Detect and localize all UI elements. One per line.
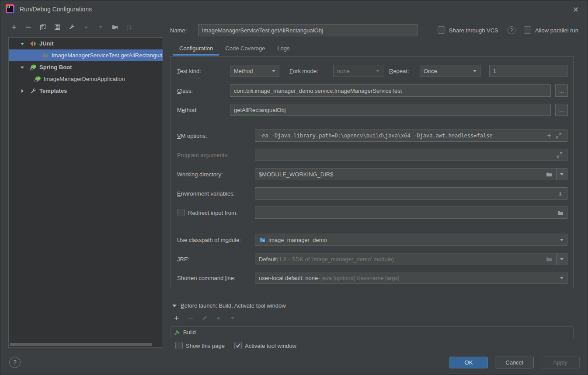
edit-templates-icon[interactable] xyxy=(67,22,77,32)
environment-variables-label: Environment variables: xyxy=(177,190,235,197)
folder-icon[interactable] xyxy=(546,171,553,178)
jre-dropdown-button[interactable] xyxy=(556,253,567,265)
tree-item-spring-app[interactable]: ImageManagerDemoApplication xyxy=(9,73,163,85)
remove-icon[interactable] xyxy=(24,22,33,32)
before-launch-title[interactable]: Before launch: Build, Activate tool wind… xyxy=(181,302,286,309)
save-icon[interactable] xyxy=(52,22,62,32)
tree-toolbar: az xyxy=(9,22,134,32)
chevron-down-icon xyxy=(560,173,564,175)
window-title: Run/Debug Configurations xyxy=(20,6,92,13)
method-input[interactable]: getAllRectangualObj xyxy=(230,104,551,116)
tree-item-templates-group[interactable]: Templates xyxy=(9,85,163,97)
chevron-down-icon xyxy=(20,65,24,70)
class-input[interactable]: com.bili.image_manager_demo.service.Imag… xyxy=(230,84,551,97)
edit-variables-icon[interactable] xyxy=(557,190,564,197)
name-input[interactable]: ImageManagerServiceTest.getAllRectangual… xyxy=(198,24,418,36)
repeat-count-input[interactable]: 1 xyxy=(489,65,567,77)
add-icon[interactable] xyxy=(9,22,19,32)
before-launch-toolbar xyxy=(173,315,236,322)
move-up-icon xyxy=(215,315,222,322)
chevron-right-icon xyxy=(20,89,24,93)
vm-options-input[interactable]: -ea -Djava.library.path=D:\opencv\build\… xyxy=(255,130,567,142)
tree-item-selected-config[interactable]: ImageManagerServiceTest.getAllRectangual xyxy=(9,49,163,61)
before-launch-task-build[interactable]: Build xyxy=(170,326,574,338)
use-classpath-select[interactable]: image_manager_demo xyxy=(255,234,567,246)
folder-icon[interactable] xyxy=(557,209,564,216)
close-icon[interactable]: ✕ xyxy=(570,4,581,15)
remove-icon xyxy=(187,315,194,322)
allow-parallel-label: Allow parallel run xyxy=(535,27,578,34)
share-vcs-checkbox[interactable] xyxy=(438,26,445,34)
class-browse-button[interactable]: ... xyxy=(555,84,568,97)
copy-icon[interactable] xyxy=(38,22,48,32)
tab-code-coverage[interactable]: Code Coverage xyxy=(219,44,271,56)
test-kind-select[interactable]: Method xyxy=(230,65,279,77)
config-tabs: Configuration Code Coverage Logs xyxy=(173,44,296,56)
move-down-icon xyxy=(96,22,105,32)
tab-logs[interactable]: Logs xyxy=(271,44,296,56)
cancel-button[interactable]: Cancel xyxy=(495,357,534,368)
test-kind-label: Test kind: xyxy=(177,68,201,75)
add-icon[interactable] xyxy=(173,315,180,322)
module-icon xyxy=(259,236,266,243)
ok-button[interactable]: OK xyxy=(449,357,488,368)
tree-item-spring-boot-group[interactable]: Spring Boot xyxy=(9,61,163,73)
page-options-row: Show this page Activate tool window xyxy=(170,341,574,350)
working-directory-dropdown-button[interactable] xyxy=(556,168,567,180)
spring-boot-icon xyxy=(34,76,41,83)
chevron-down-icon xyxy=(560,277,564,279)
environment-variables-input[interactable] xyxy=(255,187,567,200)
vcs-help-icon[interactable]: ? xyxy=(508,26,515,34)
chevron-down-icon xyxy=(560,239,564,241)
task-label: Build xyxy=(183,329,196,336)
intellij-logo-icon: IJ xyxy=(6,4,14,13)
program-arguments-label: Program arguments: xyxy=(177,152,229,159)
expand-field-icon[interactable] xyxy=(555,132,562,139)
show-this-page-label: Show this page xyxy=(186,343,225,350)
expand-field-icon[interactable] xyxy=(556,151,563,158)
spring-boot-icon xyxy=(30,64,37,71)
shorten-command-line-label: Shorten command line: xyxy=(177,275,236,282)
program-arguments-input[interactable] xyxy=(255,149,567,161)
chevron-down-icon xyxy=(560,258,564,260)
redirect-input-input[interactable] xyxy=(255,207,567,219)
new-folder-icon[interactable] xyxy=(110,22,120,32)
show-this-page-checkbox[interactable] xyxy=(175,342,183,349)
chevron-down-icon xyxy=(473,70,477,72)
edit-pencil-icon xyxy=(201,315,208,322)
repeat-select[interactable]: Once xyxy=(420,65,480,77)
junit-icon xyxy=(42,52,49,59)
add-icon[interactable] xyxy=(546,132,553,139)
help-button[interactable]: ? xyxy=(9,357,21,368)
collapse-section-icon[interactable] xyxy=(172,303,177,308)
class-label: Class: xyxy=(177,88,193,95)
fork-mode-select: none xyxy=(333,65,383,77)
chevron-down-icon xyxy=(272,70,275,72)
section-divider xyxy=(292,306,574,306)
junit-icon xyxy=(30,40,37,47)
move-up-icon xyxy=(81,22,91,32)
allow-parallel-checkbox[interactable] xyxy=(524,26,531,34)
method-label: Method: xyxy=(177,107,198,114)
working-directory-input[interactable]: $MODULE_WORKING_DIR$ xyxy=(255,168,557,180)
share-vcs-label: Share through VCS xyxy=(449,27,498,34)
configuration-panel: Test kind: Method Fork mode: none Repeat… xyxy=(170,56,574,289)
redirect-input-checkbox[interactable] xyxy=(177,209,185,216)
tree-item-label: Templates xyxy=(39,88,67,94)
jre-label: JRE: xyxy=(177,256,189,263)
folder-icon[interactable] xyxy=(546,256,553,263)
tab-configuration[interactable]: Configuration xyxy=(173,44,219,56)
jre-input[interactable]: Default (1.8 - SDK of 'image_manager_dem… xyxy=(255,253,557,265)
svg-text:a: a xyxy=(127,24,129,27)
redirect-input-label: Redirect input from: xyxy=(188,210,237,217)
move-down-icon xyxy=(229,315,236,322)
chevron-down-icon xyxy=(376,70,379,72)
activate-tool-window-checkbox[interactable] xyxy=(234,342,242,349)
shorten-command-line-select[interactable]: user-local default: none - java [options… xyxy=(255,272,567,284)
tree-item-junit-group[interactable]: JUnit xyxy=(9,38,163,49)
use-classpath-label: Use classpath of module: xyxy=(177,237,241,244)
apply-button: Apply xyxy=(541,357,580,368)
method-browse-button[interactable]: ... xyxy=(555,104,568,116)
horizontal-scrollbar[interactable] xyxy=(10,343,152,346)
svg-text:z: z xyxy=(127,27,129,30)
